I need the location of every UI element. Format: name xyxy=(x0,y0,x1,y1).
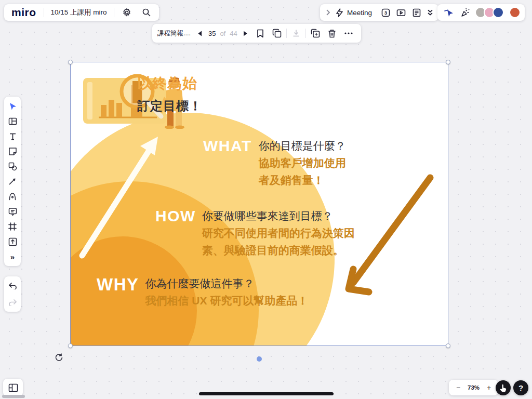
slide-title: 以終為始 xyxy=(137,74,202,94)
sticky-note-tool-icon[interactable] xyxy=(5,144,20,158)
how-answer-line1: 研究不同使用者間的行為決策因 xyxy=(202,224,355,242)
delete-trash-icon[interactable] xyxy=(325,26,339,41)
follow-cursor-icon[interactable] xyxy=(442,5,456,20)
reactions-party-icon[interactable] xyxy=(458,5,473,20)
interactive-mode-hand-button[interactable] xyxy=(496,380,511,395)
divider xyxy=(114,8,114,17)
horizontal-scrollbar[interactable] xyxy=(2,395,25,398)
pen-tool-icon[interactable] xyxy=(5,189,20,204)
resize-handle-top-left[interactable] xyxy=(68,60,73,64)
resize-handle-top-right[interactable] xyxy=(446,60,450,64)
divider xyxy=(44,8,44,17)
templates-tool-icon[interactable] xyxy=(5,114,20,128)
prev-page-icon[interactable] xyxy=(195,26,205,41)
how-question: 你要做哪些事來達到目標？ xyxy=(202,207,355,224)
what-answer-line2: 者及銷售量！ xyxy=(259,171,346,189)
frames-panel-button[interactable] xyxy=(3,379,23,396)
shapes-tool-icon[interactable] xyxy=(5,159,20,174)
what-label: WHAT xyxy=(203,138,252,154)
resize-handle-bottom-right[interactable] xyxy=(446,343,450,348)
own-avatar[interactable] xyxy=(509,7,521,18)
how-label: HOW xyxy=(155,208,196,224)
page-indicator-dot[interactable] xyxy=(257,356,262,362)
undo-icon[interactable] xyxy=(5,278,20,293)
meeting-label: Meeting xyxy=(347,9,372,17)
text-tool-icon[interactable] xyxy=(5,129,20,143)
section-how: HOW 你要做哪些事來達到目標？ 研究不同使用者間的行為決策因 素、與驗證目前的… xyxy=(155,207,355,259)
meeting-toolbar: Meeting 3 xyxy=(320,4,438,21)
tools-toolbar: » xyxy=(4,97,21,266)
divider xyxy=(286,29,287,38)
collaborator-avatar[interactable] xyxy=(493,7,504,18)
resize-handle-bottom-left[interactable] xyxy=(68,343,73,348)
help-button[interactable]: ? xyxy=(513,380,528,395)
pages-icon[interactable] xyxy=(270,26,284,41)
slide-subtitle: 訂定目標！ xyxy=(137,98,202,114)
duplicate-icon[interactable] xyxy=(308,26,323,41)
top-left-toolbar: miro 10/15 上課用 miro xyxy=(4,4,159,21)
board-title[interactable]: 10/15 上課用 miro xyxy=(49,8,109,17)
question-mark-icon: ? xyxy=(518,383,523,392)
deck-title[interactable]: 課程簡報.... xyxy=(157,29,191,38)
brown-down-arrow xyxy=(341,171,440,299)
search-icon[interactable] xyxy=(139,5,154,20)
section-why: WHY 你為什麼要做這件事？ 我們相信 UX 研究可以幫助產品！ xyxy=(97,275,308,309)
redo-icon[interactable] xyxy=(5,295,20,310)
why-question: 你為什麼要做這件事？ xyxy=(145,275,309,292)
zoom-in-icon[interactable]: + xyxy=(483,380,495,395)
zoom-controls: − 73% + xyxy=(449,380,498,395)
meeting-button[interactable]: Meeting xyxy=(334,5,377,20)
page-toolbar: 課程簡報.... 35 of 44 xyxy=(152,24,361,43)
select-tool-icon[interactable] xyxy=(5,99,20,113)
lightning-icon xyxy=(336,8,343,17)
rotate-handle[interactable] xyxy=(54,353,63,362)
collapse-double-chevron-icon[interactable] xyxy=(425,5,435,20)
why-label: WHY xyxy=(97,276,139,293)
collapse-chevron-icon[interactable] xyxy=(323,5,332,20)
miro-board-screen: 以終為始 訂定目標！ WHAT 你的目標是什麼？ 協助客戶增加使用 者及銷售量！… xyxy=(0,0,532,399)
zoom-out-icon[interactable]: − xyxy=(452,380,464,395)
next-page-icon[interactable] xyxy=(241,26,251,41)
comment-tool-icon[interactable] xyxy=(5,204,20,219)
slide-header: 以終為始 訂定目標！ xyxy=(137,74,202,114)
slide-frame[interactable]: 以終為始 訂定目標！ WHAT 你的目標是什麼？ 協助客戶增加使用 者及銷售量！… xyxy=(71,62,448,345)
more-tools-icon[interactable]: » xyxy=(5,249,20,264)
page-of-label: of xyxy=(219,30,227,37)
frame-tool-icon[interactable] xyxy=(5,219,20,234)
page-current: 35 xyxy=(207,30,217,37)
zoom-level[interactable]: 73% xyxy=(466,384,482,391)
page-total: 44 xyxy=(229,30,238,37)
what-question: 你的目標是什麼？ xyxy=(259,137,346,154)
more-options-icon[interactable] xyxy=(341,26,356,41)
why-answer-line1: 我們相信 UX 研究可以幫助產品！ xyxy=(145,292,309,309)
section-what: WHAT 你的目標是什麼？ 協助客戶增加使用 者及銷售量！ xyxy=(203,137,346,189)
svg-text:3: 3 xyxy=(384,10,387,16)
upload-tool-icon[interactable] xyxy=(5,234,20,249)
download-icon[interactable] xyxy=(289,26,303,41)
connection-line-tool-icon[interactable] xyxy=(5,174,20,189)
present-icon[interactable] xyxy=(394,5,408,20)
settings-gear-icon[interactable] xyxy=(119,5,134,20)
timer-icon[interactable]: 3 xyxy=(378,5,393,20)
divider xyxy=(305,29,306,38)
what-answer-line1: 協助客戶增加使用 xyxy=(259,154,346,171)
collaboration-toolbar xyxy=(437,4,525,21)
how-answer-line2: 素、與驗證目前的商業假設。 xyxy=(202,242,355,259)
hand-pointer-icon xyxy=(499,384,507,392)
home-indicator-bar[interactable] xyxy=(199,392,334,395)
notes-icon[interactable] xyxy=(409,5,424,20)
bookmark-icon[interactable] xyxy=(253,26,268,41)
miro-logo[interactable]: miro xyxy=(9,6,38,19)
history-panel xyxy=(4,276,21,312)
